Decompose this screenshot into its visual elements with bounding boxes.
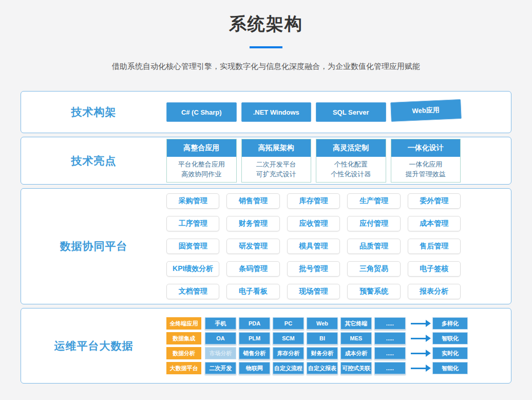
tech-stack-button-sqlserver[interactable]: SQL Server	[316, 102, 386, 122]
bigdata-result-interconnected[interactable]: 智联化	[432, 332, 468, 344]
bigdata-result-realtime[interactable]: 实时化	[432, 347, 468, 359]
module-button-receivables[interactable]: 应收管理	[287, 216, 340, 231]
highlight-card-title: 一体化设计	[391, 139, 461, 157]
highlight-card-body: 二次开发平台 可扩充式设计	[242, 157, 311, 182]
module-button-mold[interactable]: 模具管理	[287, 239, 340, 254]
arrow-right-icon	[411, 368, 426, 369]
module-button-inventory[interactable]: 库存管理	[287, 193, 340, 209]
tech-stack-button-dotnet[interactable]: .NET Windows	[241, 102, 312, 122]
bigdata-category-label: 数据集成	[166, 332, 201, 344]
arrow-right-icon	[411, 323, 426, 324]
bigdata-button-pc[interactable]: PC	[273, 317, 304, 330]
tech-stack-button-web[interactable]: Web应用	[390, 99, 461, 122]
bigdata-row-analysis: 数据分析 市场分析 销售分析 库存分析 财务分析 成本分析 ..... 实时化	[166, 347, 461, 359]
highlight-card-body: 个性化配置 个性化设计器	[316, 157, 386, 182]
bigdata-category-label: 数据分析	[166, 347, 201, 359]
bigdata-button-pda[interactable]: PDA	[239, 317, 270, 330]
highlight-card-title: 高整合应用	[167, 139, 236, 157]
bigdata-button-scm[interactable]: SCM	[273, 332, 304, 344]
bigdata-category-label: 大数据平台	[166, 362, 201, 374]
module-button-document[interactable]: 文档管理	[166, 284, 219, 299]
module-button-kpi[interactable]: KPI绩效分析	[166, 261, 219, 277]
module-button-barcode[interactable]: 条码管理	[226, 261, 279, 277]
page-subtitle: 借助系统自动化核心管理引擎，实现数字化与信息化深度融合，为企业数值化管理应用赋能	[0, 62, 532, 71]
highlight-card-extensibility: 高拓展架构 二次开发平台 可扩充式设计	[241, 139, 312, 183]
module-button-fixed-assets[interactable]: 固资管理	[166, 239, 219, 254]
bigdata-button-inventory-analysis[interactable]: 库存分析	[273, 347, 304, 359]
bigdata-button-more[interactable]: .....	[374, 362, 406, 374]
bigdata-button-iot[interactable]: 物联网	[239, 362, 270, 374]
page-header: 系统架构 借助系统自动化核心管理引擎，实现数字化与信息化深度融合，为企业数值化管…	[0, 0, 532, 71]
bigdata-button-oa[interactable]: OA	[205, 332, 236, 344]
title-underline	[250, 46, 282, 48]
module-button-lot[interactable]: 批号管理	[287, 261, 340, 277]
module-button-cost[interactable]: 成本管理	[408, 216, 461, 231]
bigdata-rows: 全终端应用 手机 PDA PC Web 其它终端 ..... 多样化 数据集成 …	[166, 308, 461, 383]
section-label-highlights: 技术亮点	[21, 137, 166, 184]
bigdata-button-more[interactable]: .....	[374, 347, 406, 359]
module-button-outsourcing[interactable]: 委外管理	[408, 193, 461, 209]
bigdata-button-more[interactable]: .....	[374, 317, 406, 330]
module-button-process[interactable]: 工序管理	[166, 216, 219, 231]
highlight-card-allinone: 一体化设计 一体化应用 提升管理效益	[391, 139, 461, 183]
bigdata-result-intelligent[interactable]: 智能化	[432, 362, 468, 374]
bigdata-button-web[interactable]: Web	[307, 317, 338, 330]
section-tech-stack: 技术构架 C# (C Sharp) .NET Windows SQL Serve…	[21, 91, 511, 133]
module-button-finance[interactable]: 财务管理	[226, 216, 279, 231]
platform-module-grid: 采购管理 销售管理 库存管理 生产管理 委外管理 工序管理 财务管理 应收管理 …	[166, 189, 461, 304]
section-platform: 数据协同平台 采购管理 销售管理 库存管理 生产管理 委外管理 工序管理 财务管…	[21, 188, 511, 304]
page-title: 系统架构	[0, 12, 532, 36]
module-button-triangle-trade[interactable]: 三角贸易	[347, 261, 400, 277]
module-button-purchase[interactable]: 采购管理	[166, 193, 219, 209]
highlight-card-integration: 高整合应用 平台化整合应用 高效协同作业	[166, 139, 237, 183]
bigdata-button-sales-analysis[interactable]: 销售分析	[239, 347, 270, 359]
bigdata-category-label: 全终端应用	[166, 317, 201, 330]
bigdata-row-platform: 大数据平台 二次开发 物联网 自定义流程 自定义报表 可控式关联 ..... 智…	[166, 362, 461, 374]
highlight-card-line: 可扩充式设计	[242, 169, 311, 179]
module-button-esign[interactable]: 电子签核	[408, 261, 461, 277]
highlight-card-flexibility: 高灵活定制 个性化配置 个性化设计器	[316, 139, 386, 183]
highlight-card-line: 提升管理效益	[391, 169, 461, 179]
module-button-alert[interactable]: 预警系统	[347, 284, 400, 299]
module-button-kanban[interactable]: 电子看板	[226, 284, 279, 299]
bigdata-button-other-terminal[interactable]: 其它终端	[340, 317, 372, 330]
module-button-payables[interactable]: 应付管理	[347, 216, 400, 231]
module-button-quality[interactable]: 品质管理	[347, 239, 400, 254]
highlight-card-title: 高灵活定制	[316, 139, 386, 157]
bigdata-button-cost-analysis[interactable]: 成本分析	[340, 347, 372, 359]
tech-stack-button-csharp[interactable]: C# (C Sharp)	[166, 102, 237, 122]
highlight-card-line: 个性化设计器	[316, 169, 386, 179]
section-bigdata: 运维平台大数据 全终端应用 手机 PDA PC Web 其它终端 ..... 多…	[21, 308, 511, 384]
highlight-card-line: 二次开发平台	[242, 159, 311, 169]
bigdata-row-terminals: 全终端应用 手机 PDA PC Web 其它终端 ..... 多样化	[166, 317, 461, 330]
bigdata-button-custom-report[interactable]: 自定义报表	[307, 362, 338, 374]
module-button-report[interactable]: 报表分析	[408, 284, 461, 299]
arrow-right-icon	[411, 353, 426, 354]
highlight-card-body: 平台化整合应用 高效协同作业	[167, 157, 236, 182]
section-highlights: 技术亮点 高整合应用 平台化整合应用 高效协同作业 高拓展架构 二次开发平台 可…	[21, 137, 511, 185]
module-button-aftersales[interactable]: 售后管理	[408, 239, 461, 254]
bigdata-button-mobile[interactable]: 手机	[205, 317, 236, 330]
bigdata-button-custom-flow[interactable]: 自定义流程	[273, 362, 304, 374]
module-button-rnd[interactable]: 研发管理	[226, 239, 279, 254]
bigdata-button-controlled-link[interactable]: 可控式关联	[340, 362, 372, 374]
bigdata-result-diversified[interactable]: 多样化	[432, 317, 468, 330]
module-button-production[interactable]: 生产管理	[347, 193, 400, 209]
bigdata-button-mes[interactable]: MES	[340, 332, 372, 344]
highlight-card-line: 一体化应用	[391, 159, 461, 169]
bigdata-button-bi[interactable]: BI	[307, 332, 338, 344]
bigdata-button-more[interactable]: .....	[374, 332, 406, 344]
arrow-right-icon	[411, 338, 426, 339]
module-button-onsite[interactable]: 现场管理	[287, 284, 340, 299]
bigdata-button-market-analysis[interactable]: 市场分析	[205, 347, 236, 359]
tech-stack-buttons: C# (C Sharp) .NET Windows SQL Server Web…	[166, 92, 461, 133]
highlight-card-body: 一体化应用 提升管理效益	[391, 157, 461, 182]
section-label-tech-stack: 技术构架	[21, 92, 166, 133]
bigdata-button-finance-analysis[interactable]: 财务分析	[307, 347, 338, 359]
module-button-sales[interactable]: 销售管理	[226, 193, 279, 209]
system-architecture-page: 系统架构 借助系统自动化核心管理引擎，实现数字化与信息化深度融合，为企业数值化管…	[0, 0, 532, 400]
highlight-card-line: 高效协同作业	[167, 169, 236, 179]
highlight-card-line: 平台化整合应用	[167, 159, 236, 169]
bigdata-button-secondary-dev[interactable]: 二次开发	[205, 362, 236, 374]
bigdata-button-plm[interactable]: PLM	[239, 332, 270, 344]
